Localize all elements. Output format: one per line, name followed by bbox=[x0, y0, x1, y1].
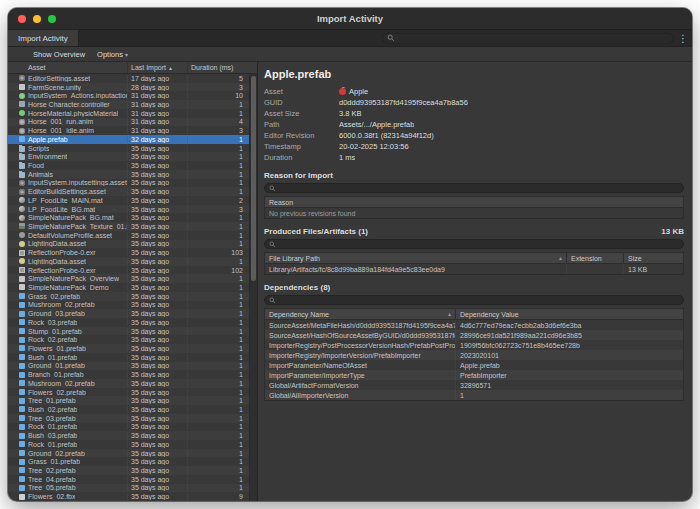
asset-row[interactable]: Mushroom_02.prefab 35 days ago 1 bbox=[8, 379, 249, 388]
asset-last-import: 35 days ago bbox=[128, 476, 188, 483]
column-header-last-import[interactable]: Last Import ▲ bbox=[128, 62, 188, 73]
scrollbar-thumb[interactable] bbox=[251, 76, 256, 281]
asset-row[interactable]: Grass_02.prefab 35 days ago 1 bbox=[8, 292, 249, 301]
asset-name: DefaultVolumeProfile.asset bbox=[28, 232, 112, 239]
dependency-row[interactable]: Global/ArtifactFormatVersion 32896571 bbox=[265, 380, 683, 390]
asset-row[interactable]: Rock_01.prefab 35 days ago 1 bbox=[8, 423, 249, 432]
asset-row[interactable]: Tree_05.prefab 35 days ago 1 bbox=[8, 484, 249, 493]
search-icon bbox=[269, 241, 276, 248]
asset-row[interactable]: Tree_03.prefab 35 days ago 1 bbox=[8, 414, 249, 423]
column-header-asset[interactable]: Asset bbox=[8, 62, 128, 73]
top-search-field[interactable] bbox=[382, 33, 674, 44]
dependencies-search-field[interactable] bbox=[264, 295, 684, 305]
asset-name: EditorSettings.asset bbox=[28, 75, 90, 82]
asset-row[interactable]: Horse Character.controller 31 days ago 1 bbox=[8, 100, 249, 109]
top-search-input[interactable] bbox=[398, 34, 669, 43]
asset-row[interactable]: Bush_03.prefab 35 days ago 1 bbox=[8, 431, 249, 440]
asset-row[interactable]: ReflectionProbe-0.exr 35 days ago 102 bbox=[8, 266, 249, 275]
dependency-row[interactable]: SourceAsset/MetaFileHash/d0ddd93953187fd… bbox=[265, 320, 683, 330]
asset-row[interactable]: Rock_03.prefab 35 days ago 1 bbox=[8, 318, 249, 327]
asset-row[interactable]: Rock_01.prefab 35 days ago 1 bbox=[8, 440, 249, 449]
column-header-extension[interactable]: Extension bbox=[566, 253, 623, 263]
show-overview-button[interactable]: Show Overview bbox=[33, 50, 85, 59]
asset-row[interactable]: InputSystem_Actions.inputactions 31 days… bbox=[8, 91, 249, 100]
detail-field: GUID d0ddd93953187fd4195f9cea4a7b8a56 bbox=[264, 97, 684, 108]
column-header-dependency-name[interactable]: Dependency Name ▲ bbox=[265, 309, 455, 319]
asset-row[interactable]: Flowers_02.fbx 35 days ago 9 bbox=[8, 492, 249, 501]
column-header-file-library-path[interactable]: File Library Path ▲ bbox=[265, 253, 566, 263]
asset-row[interactable]: Horse_001_run.anim 31 days ago 4 bbox=[8, 118, 249, 127]
dependencies-table: Dependency Name ▲ Dependency Value Sourc… bbox=[264, 308, 684, 401]
asset-row[interactable]: Rock_02.prefab 35 days ago 1 bbox=[8, 335, 249, 344]
asset-row[interactable]: Ground_02.prefab 35 days ago 1 bbox=[8, 449, 249, 458]
asset-row[interactable]: Tree_04.prefab 35 days ago 1 bbox=[8, 475, 249, 484]
dependency-row[interactable]: ImporterRegistry/PostProcessorVersionHas… bbox=[265, 340, 683, 350]
asset-name: Ground_03.prefab bbox=[28, 310, 85, 317]
asset-row[interactable]: Food 35 days ago 1 bbox=[8, 161, 249, 170]
reason-search-input[interactable] bbox=[279, 184, 679, 192]
asset-row[interactable]: Horse_001_idle.anim 31 days ago 3 bbox=[8, 126, 249, 135]
asset-row[interactable]: Flowers_02.prefab 35 days ago 1 bbox=[8, 388, 249, 397]
asset-row[interactable]: SimpleNaturePack_Overview 35 days ago 1 bbox=[8, 274, 249, 283]
search-icon bbox=[269, 297, 276, 304]
reason-search-field[interactable] bbox=[264, 183, 684, 193]
artifact-row[interactable]: Library/Artifacts/fc/8c8d99ba889a184fd4a… bbox=[265, 264, 683, 274]
artifacts-search-field[interactable] bbox=[264, 239, 684, 249]
list-scrollbar[interactable] bbox=[249, 74, 257, 501]
asset-row[interactable]: Animals 35 days ago 1 bbox=[8, 170, 249, 179]
asset-row[interactable]: Branch_01.prefab 35 days ago 1 bbox=[8, 370, 249, 379]
asset-row[interactable]: Grass_01.prefab 35 days ago 1 bbox=[8, 457, 249, 466]
dependency-row[interactable]: Global/AllImporterVersion 1 bbox=[265, 390, 683, 400]
asset-row[interactable]: Bush_02.prefab 35 days ago 1 bbox=[8, 405, 249, 414]
column-header-duration[interactable]: Duration (ms) bbox=[188, 62, 257, 73]
asset-row[interactable]: LightingData.asset 35 days ago 1 bbox=[8, 257, 249, 266]
asset-type-icon bbox=[19, 450, 25, 456]
asset-last-import: 35 days ago bbox=[128, 293, 188, 300]
asset-row[interactable]: ReflectionProbe-0.exr 35 days ago 103 bbox=[8, 248, 249, 257]
asset-name: Tree_01.prefab bbox=[28, 397, 76, 404]
titlebar[interactable]: Import Activity bbox=[8, 8, 692, 30]
asset-row[interactable]: Tree_02.prefab 35 days ago 1 bbox=[8, 466, 249, 475]
asset-row[interactable]: LP_FoodLite_MAIN.mat 35 days ago 2 bbox=[8, 196, 249, 205]
asset-row[interactable]: Tree_01.prefab 35 days ago 1 bbox=[8, 396, 249, 405]
column-header-reason[interactable]: Reason bbox=[265, 197, 683, 207]
asset-row[interactable]: Mushroom_02.prefab 35 days ago 1 bbox=[8, 301, 249, 310]
column-header-dependency-value[interactable]: Dependency Value bbox=[455, 309, 683, 319]
main-split: Asset Last Import ▲ Duration (ms) bbox=[8, 62, 692, 501]
asset-type-icon bbox=[19, 75, 25, 81]
asset-row[interactable]: SimpleNaturePack_Demo 35 days ago 1 bbox=[8, 283, 249, 292]
asset-row[interactable]: InputSystem.inputsettings.asset 35 days … bbox=[8, 179, 249, 188]
asset-row[interactable]: Scripts 35 days ago 1 bbox=[8, 144, 249, 153]
dependency-value: 4d6c777ed79eac7ecbb2ab3d6ef6e3ba bbox=[455, 320, 683, 330]
dependency-row[interactable]: ImportParameter/ImporterType PrefabImpor… bbox=[265, 370, 683, 380]
dependency-row[interactable]: ImporterRegistry/ImporterVersion/PrefabI… bbox=[265, 350, 683, 360]
asset-row[interactable]: HorseMaterial.physicMaterial 31 days ago… bbox=[8, 109, 249, 118]
asset-row[interactable]: Apple.prefab 32 days ago 1 bbox=[8, 135, 249, 144]
asset-row[interactable]: Flowers_01.prefab 35 days ago 1 bbox=[8, 344, 249, 353]
asset-name-cell: Flowers_02.fbx bbox=[8, 493, 128, 500]
asset-row[interactable]: SimpleNaturePack_Texture_01.png 35 days … bbox=[8, 222, 249, 231]
asset-name: Bush_03.prefab bbox=[28, 432, 77, 439]
asset-row[interactable]: Environment 35 days ago 1 bbox=[8, 152, 249, 161]
asset-row[interactable]: LightingData.asset 35 days ago 1 bbox=[8, 240, 249, 249]
asset-row[interactable]: Ground_01.prefab 35 days ago 1 bbox=[8, 362, 249, 371]
asset-row[interactable]: Bush_01.prefab 35 days ago 1 bbox=[8, 353, 249, 362]
asset-row[interactable]: Stump_01.prefab 35 days ago 1 bbox=[8, 327, 249, 336]
tab-bar: Import Activity ⋮ bbox=[8, 30, 692, 47]
asset-row[interactable]: FarmScene.unity 28 days ago 3 bbox=[8, 83, 249, 92]
tab-import-activity[interactable]: Import Activity bbox=[8, 30, 79, 46]
asset-row[interactable]: EditorSettings.asset 17 days ago 5 bbox=[8, 74, 249, 83]
options-dropdown[interactable]: Options ▾ bbox=[97, 50, 128, 59]
dependency-row[interactable]: ImportParameter/NameOfAsset Apple.prefab bbox=[265, 360, 683, 370]
asset-row[interactable]: EditorBuildSettings.asset 35 days ago 1 bbox=[8, 187, 249, 196]
asset-row[interactable]: DefaultVolumeProfile.asset 35 days ago 1 bbox=[8, 231, 249, 240]
artifacts-search-input[interactable] bbox=[279, 240, 679, 248]
dependencies-search-input[interactable] bbox=[279, 296, 679, 304]
asset-row[interactable]: LP_FoodLite_BG.mat 35 days ago 3 bbox=[8, 205, 249, 214]
asset-row[interactable]: SimpleNaturePack_BG.mat 35 days ago 1 bbox=[8, 213, 249, 222]
asset-row[interactable]: Ground_03.prefab 35 days ago 1 bbox=[8, 309, 249, 318]
window-menu-icon[interactable]: ⋮ bbox=[674, 30, 692, 47]
field-label: Path bbox=[264, 120, 339, 129]
dependency-row[interactable]: SourceAsset/HashOfSourceAssetByGUID/d0dd… bbox=[265, 330, 683, 340]
column-header-size[interactable]: Size bbox=[623, 253, 683, 263]
